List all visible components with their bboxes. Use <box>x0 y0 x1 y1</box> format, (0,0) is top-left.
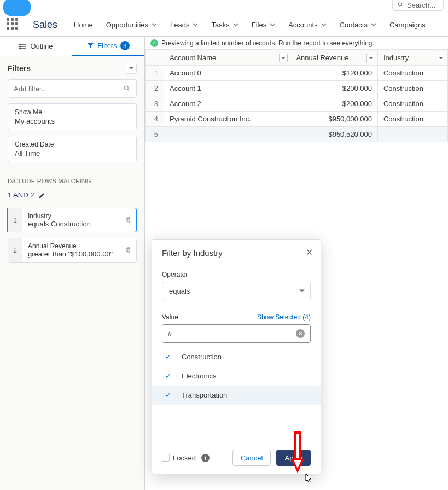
col-account-name[interactable]: Account Name <box>164 50 290 66</box>
option-construction[interactable]: ✓Construction <box>152 347 321 366</box>
nav-tasks[interactable]: Tasks <box>211 21 238 29</box>
search-icon <box>123 85 131 92</box>
close-popover-icon[interactable]: ✕ <box>306 247 313 258</box>
nav-accounts[interactable]: Accounts <box>288 21 326 29</box>
search-icon <box>397 2 404 8</box>
filter-icon <box>87 42 94 49</box>
check-icon: ✓ <box>165 391 174 399</box>
cancel-button[interactable]: Cancel <box>232 450 271 466</box>
row-number: 3 <box>146 96 164 112</box>
cell-revenue: $950,000,000 <box>290 112 378 127</box>
cell-industry: Construction <box>377 81 447 96</box>
chevron-down-icon <box>193 22 198 27</box>
showme-card[interactable]: Show Me My accounts <box>8 103 137 130</box>
col-industry[interactable]: Industry <box>377 50 447 66</box>
svg-point-9 <box>124 86 128 90</box>
col-rownum <box>146 50 164 66</box>
check-icon: ✓ <box>165 372 174 380</box>
cursor-icon <box>304 473 314 487</box>
tab-outline[interactable]: Outline <box>0 37 72 56</box>
chevron-down-icon <box>321 22 327 27</box>
salesforce-logo <box>3 0 31 16</box>
cell-revenue: $200,000 <box>290 96 378 112</box>
nav-opportunities[interactable]: Opportunities <box>106 21 157 29</box>
report-table: Account Name Annual Revenue Industry 1Ac… <box>145 50 448 142</box>
caret-down-icon <box>299 288 305 294</box>
filters-menu-button[interactable] <box>126 63 137 74</box>
operator-label: Operator <box>162 271 311 278</box>
col-filter-button[interactable] <box>366 54 375 62</box>
svg-point-7 <box>20 48 21 49</box>
cell-account <box>164 127 290 142</box>
filter-popover: Filter by Industry ✕ Operator equals Val… <box>152 239 321 474</box>
svg-marker-12 <box>369 57 373 59</box>
operator-select[interactable]: equals <box>162 282 311 300</box>
success-icon: ✓ <box>150 39 158 47</box>
edit-logic-icon[interactable] <box>38 191 46 199</box>
row-number: 4 <box>146 112 164 127</box>
created-date-card[interactable]: Created Date All Time <box>8 136 137 162</box>
nav-leads[interactable]: Leads <box>170 21 198 29</box>
delete-filter-2[interactable] <box>120 238 136 262</box>
col-annual-revenue[interactable]: Annual Revenue <box>290 50 378 66</box>
svg-point-0 <box>398 3 402 6</box>
nav-contacts[interactable]: Contacts <box>340 21 376 29</box>
list-icon <box>19 43 27 50</box>
svg-marker-8 <box>129 67 133 69</box>
filters-heading: Filters <box>8 64 31 73</box>
trash-icon <box>125 247 132 254</box>
chevron-down-icon <box>233 22 238 27</box>
cell-revenue: $120,000 <box>290 66 378 81</box>
trash-icon <box>125 217 132 224</box>
svg-line-10 <box>128 90 130 91</box>
col-filter-button[interactable] <box>279 54 288 62</box>
delete-filter-1[interactable] <box>120 208 136 232</box>
value-input-wrapper[interactable]: ✕ <box>162 324 311 343</box>
cell-account: Account 1 <box>164 81 290 96</box>
preview-message: Previewing a limited number of records. … <box>161 39 374 47</box>
value-input[interactable] <box>168 330 296 338</box>
cell-revenue: $200,000 <box>290 81 378 96</box>
tab-filters[interactable]: Filters 3 <box>72 37 144 56</box>
clear-input-icon[interactable]: ✕ <box>296 329 305 338</box>
svg-marker-11 <box>281 57 286 59</box>
cell-revenue: $950,520,000 <box>290 127 378 142</box>
global-search[interactable]: Search... <box>392 0 444 11</box>
table-row: 2Account 1$200,000Construction <box>146 81 448 96</box>
row-number: 1 <box>146 66 164 81</box>
nav-home[interactable]: Home <box>74 21 93 29</box>
app-name: Sales <box>33 19 57 31</box>
filter-row-number: 1 <box>7 208 22 232</box>
cell-account: Account 0 <box>164 66 290 81</box>
svg-point-6 <box>20 46 21 47</box>
option-electronics[interactable]: ✓Electronics <box>152 366 321 386</box>
svg-marker-13 <box>439 57 443 59</box>
locked-checkbox[interactable]: Locked <box>162 454 196 462</box>
col-filter-button[interactable] <box>437 54 445 62</box>
info-icon[interactable]: i <box>201 454 210 462</box>
table-row: 3Account 2$200,000Construction <box>146 96 448 112</box>
row-number: 2 <box>146 81 164 96</box>
cell-account: Pyramid Construction Inc. <box>164 112 290 127</box>
filter-row-2[interactable]: 2 Annual Revenuegreater than "$100,000.0… <box>8 238 137 262</box>
show-selected-link[interactable]: Show Selected (4) <box>257 313 311 321</box>
svg-line-1 <box>402 6 403 8</box>
cell-industry: Construction <box>377 66 447 81</box>
svg-point-5 <box>20 44 21 45</box>
add-filter-placeholder: Add filter... <box>14 85 47 93</box>
apply-button[interactable]: Apply <box>276 450 311 466</box>
popover-title: Filter by Industry <box>162 248 311 258</box>
app-launcher-icon[interactable] <box>7 18 20 31</box>
option-transportation[interactable]: ✓Transportation <box>152 386 321 405</box>
search-placeholder: Search... <box>407 1 435 9</box>
include-rows-label: INCLUDE ROWS MATCHING <box>8 178 137 184</box>
chevron-down-icon <box>371 22 376 27</box>
table-row: 1Account 0$120,000Construction <box>146 66 448 81</box>
filter-row-1[interactable]: 1 Industryequals Construction <box>8 208 137 232</box>
row-number: 5 <box>146 127 164 142</box>
nav-files[interactable]: Files <box>252 21 275 29</box>
add-filter-input[interactable]: Add filter... <box>8 79 137 98</box>
svg-marker-14 <box>299 290 305 293</box>
nav-campaigns[interactable]: Campaigns <box>389 21 426 29</box>
table-row: 5$950,520,000 <box>146 127 448 142</box>
